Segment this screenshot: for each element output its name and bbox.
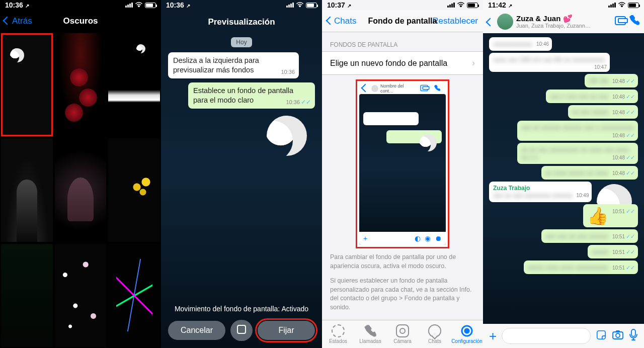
wallpaper-thumb-6[interactable] <box>108 138 160 241</box>
battery-icon <box>145 3 156 8</box>
sticker-icon: ◐ <box>415 234 421 242</box>
chat-message[interactable]: xxxx xxx 330 cm xxx 90 xx xxxxxxxxxx10:4… <box>489 53 610 72</box>
preview-message-outgoing: Establece un fondo de pantalla para el m… <box>188 82 315 109</box>
nav-bar: Chats Fondo de pantalla Restablecer <box>322 10 483 32</box>
back-button[interactable] <box>487 15 494 28</box>
wallpaper-thumb-9[interactable] <box>108 244 160 347</box>
pane-dark-wallpapers: 10:36 ↗ Atrás Oscuros <box>0 0 161 348</box>
signal-icon <box>286 3 294 8</box>
reset-button[interactable]: Restablecer <box>432 16 478 26</box>
svg-rect-1 <box>613 332 623 339</box>
wallpaper-thumb-5[interactable] <box>55 138 107 241</box>
chat-body[interactable]: xxxxxxxxxxxx10:46xxxx xxx 330 cm xxx 90 … <box>483 33 644 324</box>
battery-icon <box>306 3 317 8</box>
wallpaper-thumb-1[interactable] <box>1 33 53 136</box>
tab-chats[interactable]: Chats <box>419 320 451 348</box>
wallpaper-grid <box>0 32 161 348</box>
svg-rect-0 <box>597 330 606 339</box>
location-icon: ↗ <box>508 3 512 9</box>
wifi-icon <box>296 2 304 9</box>
chat-message[interactable]: xx xx xxx xxxxxxxxx xx xxxx xxx xxxx xx … <box>517 143 638 164</box>
message-input[interactable] <box>502 328 591 344</box>
tab-estados[interactable]: Estados <box>322 320 354 348</box>
chat-message[interactable]: 👍10:51✓✓ <box>583 204 638 227</box>
status-bar: 10:36 ↗ <box>0 0 161 10</box>
status-bar: 10:36 ↗ <box>161 0 322 10</box>
avatar[interactable] <box>497 14 513 30</box>
tab-camara[interactable]: Cámara <box>386 320 419 348</box>
tab-bar: Estados Llamadas Cámara Chats Configurac… <box>322 320 483 348</box>
nav-bar: Atrás Oscuros <box>0 10 161 32</box>
swap-mode-button[interactable] <box>230 320 253 341</box>
date-pill: Hoy <box>231 37 252 47</box>
camera-icon <box>396 324 409 337</box>
location-icon: ↗ <box>347 3 351 9</box>
avatar-icon <box>371 85 378 92</box>
chevron-right-icon: › <box>472 58 475 68</box>
chevron-left-icon <box>362 85 369 92</box>
wallpaper-thumb-4[interactable] <box>1 138 53 241</box>
swap-icon <box>237 325 246 334</box>
wallpaper-preview[interactable]: Nombre del cont… + ◐ ◉ ⏺ <box>357 81 448 247</box>
read-ticks-icon: ✓✓ <box>301 99 311 106</box>
preview-bubble-in <box>363 112 419 125</box>
cancel-button[interactable]: Cancelar <box>168 321 225 340</box>
signal-icon <box>125 3 133 8</box>
mic-button[interactable] <box>629 329 638 343</box>
chat-message[interactable]: xxx xx xxxxxx xxxxxx xxx x xxxxxxxxxx10:… <box>517 121 638 141</box>
svg-point-2 <box>616 333 620 337</box>
set-button[interactable]: Fijar <box>258 321 315 340</box>
preview-message-incoming: Desliza a la izquierda para previsualiza… <box>168 52 299 78</box>
battery-icon <box>467 3 478 8</box>
wifi-icon <box>457 2 465 9</box>
mic-icon: ⏺ <box>435 234 442 242</box>
battery-icon <box>628 3 639 8</box>
choose-wallpaper-row[interactable]: Elige un nuevo fondo de pantalla› <box>322 51 483 75</box>
moon-decoration <box>420 134 437 151</box>
video-call-button[interactable] <box>615 15 626 28</box>
wallpaper-thumb-2[interactable] <box>55 33 107 136</box>
signal-icon <box>447 3 455 8</box>
status-bar: 10:37 ↗ <box>322 0 483 10</box>
tab-llamadas[interactable]: Llamadas <box>354 320 386 348</box>
chat-header[interactable]: Zuza & Juan 💕 Juan, Zuza Trabajo, Zuzann… <box>483 10 644 33</box>
chat-message[interactable]: xxxxxxxxxxxx10:46 <box>489 37 552 51</box>
status-icon <box>332 324 345 337</box>
chat-message[interactable]: OK Ok10:48✓✓ <box>585 74 638 88</box>
plus-icon: + <box>363 234 367 242</box>
chat-message[interactable]: Zuza Trabajoxxx xx xxx xxxxxxxx xxxxxx10… <box>489 182 592 202</box>
signal-icon <box>608 3 616 8</box>
pane-wallpaper-settings: 10:37 ↗ Chats Fondo de pantalla Restable… <box>322 0 483 348</box>
back-button[interactable]: Chats <box>327 16 356 26</box>
chat-icon <box>428 324 441 337</box>
perspective-toggle-label[interactable]: Movimiento del fondo de pantalla: Activa… <box>168 305 315 313</box>
chat-message[interactable]: xxx xxx xx xxx xxxxxx10:51✓✓ <box>541 229 638 243</box>
camera-icon: ◉ <box>425 234 431 242</box>
wifi-icon <box>135 2 143 9</box>
camera-button[interactable] <box>612 330 624 342</box>
input-bar: + <box>483 324 644 348</box>
chat-message[interactable]: xx xxxx xxxxx xx xxxx10:48✓✓ <box>541 166 638 180</box>
tab-configuracion[interactable]: Configuración <box>451 320 483 348</box>
video-icon <box>419 83 430 94</box>
moon-decoration <box>267 116 307 156</box>
description-1: Para cambiar el fondo de pantalla por un… <box>322 247 483 277</box>
chat-message[interactable]: xx xxx xxxxx10:48✓✓ <box>568 105 638 119</box>
page-title: Previsualización <box>161 10 322 34</box>
chat-message[interactable]: xxxxx xxxx xxxx xxxxxxxxxx10:51✓✓ <box>524 260 638 274</box>
location-icon: ↗ <box>186 3 190 9</box>
attach-button[interactable]: + <box>489 328 497 344</box>
sticker-button[interactable] <box>596 329 607 343</box>
chat-name: Zuza & Juan 💕 <box>516 15 612 23</box>
phone-icon <box>432 82 443 95</box>
section-header: FONDOS DE PANTALLA <box>322 32 483 51</box>
wallpaper-thumb-3[interactable] <box>108 33 160 136</box>
description-2: Si quieres establecer un fondo de pantal… <box>322 277 483 318</box>
page-title: Oscuros <box>0 16 161 26</box>
chat-message[interactable]: xxxxx10:51✓✓ <box>588 245 638 258</box>
gear-icon <box>460 324 473 337</box>
wallpaper-thumb-7[interactable] <box>1 244 53 347</box>
wallpaper-thumb-8[interactable] <box>55 244 107 347</box>
voice-call-button[interactable] <box>629 15 640 29</box>
chat-message[interactable]: xxx x xxx xxx xx xxx10:48✓✓ <box>546 90 638 103</box>
